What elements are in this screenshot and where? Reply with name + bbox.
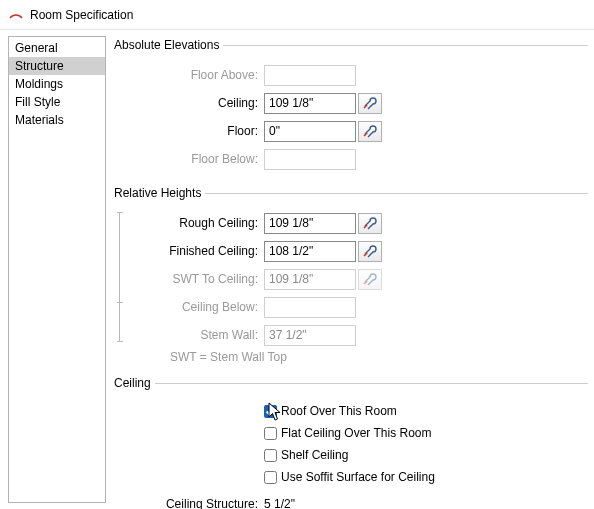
category-sidebar: General Structure Moldings Fill Style Ma… (8, 36, 106, 503)
sidebar-item-general[interactable]: General (9, 39, 105, 57)
label-ceiling-structure: Ceiling Structure: (114, 497, 264, 509)
group-absolute-elevations: Absolute Elevations Floor Above: Ceiling… (114, 38, 588, 174)
wrench-icon[interactable] (358, 93, 382, 114)
checkbox-shelf-ceiling[interactable] (264, 449, 277, 462)
main-panel: Absolute Elevations Floor Above: Ceiling… (110, 30, 594, 509)
input-floor-above (264, 65, 356, 86)
titlebar: Room Specification (0, 0, 594, 30)
label-ceiling: Ceiling: (114, 96, 264, 110)
checkbox-flat-ceiling[interactable] (264, 427, 277, 440)
checkbox-label: Roof Over This Room (281, 404, 397, 418)
relative-indicator (117, 212, 123, 342)
group-relative-heights: Relative Heights Rough Ceiling: Finished… (114, 186, 588, 364)
app-arc-icon (8, 5, 24, 24)
sidebar-item-label: Materials (15, 113, 64, 127)
label-stem-wall: Stem Wall: (114, 328, 264, 342)
sidebar-item-label: Moldings (15, 77, 63, 91)
group-ceiling: Ceiling Roof Over This Room Flat Ceiling… (114, 376, 588, 509)
sidebar-item-label: Structure (15, 59, 64, 73)
sidebar-item-moldings[interactable]: Moldings (9, 75, 105, 93)
input-ceiling-below (264, 297, 356, 318)
wrench-icon (358, 269, 382, 290)
value-ceiling-structure: 5 1/2" (264, 497, 295, 509)
label-rough-ceiling: Rough Ceiling: (114, 216, 264, 230)
sidebar-item-materials[interactable]: Materials (9, 111, 105, 129)
label-floor-below: Floor Below: (114, 152, 264, 166)
sidebar-item-fill-style[interactable]: Fill Style (9, 93, 105, 111)
checkbox-label: Use Soffit Surface for Ceiling (281, 470, 435, 484)
label-floor: Floor: (114, 124, 264, 138)
input-finished-ceiling[interactable] (264, 241, 356, 262)
sidebar-item-label: General (15, 41, 58, 55)
checkbox-label: Flat Ceiling Over This Room (281, 426, 432, 440)
label-floor-above: Floor Above: (114, 68, 264, 82)
input-swt-to-ceiling (264, 269, 356, 290)
input-floor-below (264, 149, 356, 170)
group-legend: Absolute Elevations (114, 38, 223, 52)
wrench-icon[interactable] (358, 241, 382, 262)
checkbox-label: Shelf Ceiling (281, 448, 348, 462)
checkbox-roof-over[interactable] (264, 405, 277, 418)
group-legend: Relative Heights (114, 186, 205, 200)
sidebar-item-structure[interactable]: Structure (9, 57, 105, 75)
label-swt-to-ceiling: SWT To Ceiling: (114, 272, 264, 286)
wrench-icon[interactable] (358, 213, 382, 234)
sidebar-item-label: Fill Style (15, 95, 60, 109)
window-title: Room Specification (30, 8, 133, 22)
input-stem-wall (264, 325, 356, 346)
input-rough-ceiling[interactable] (264, 213, 356, 234)
label-ceiling-below: Ceiling Below: (114, 300, 264, 314)
checkbox-soffit-surface[interactable] (264, 471, 277, 484)
input-ceiling[interactable] (264, 93, 356, 114)
wrench-icon[interactable] (358, 121, 382, 142)
group-legend: Ceiling (114, 376, 155, 390)
swt-hint: SWT = Stem Wall Top (114, 350, 588, 364)
input-floor[interactable] (264, 121, 356, 142)
label-finished-ceiling: Finished Ceiling: (114, 244, 264, 258)
